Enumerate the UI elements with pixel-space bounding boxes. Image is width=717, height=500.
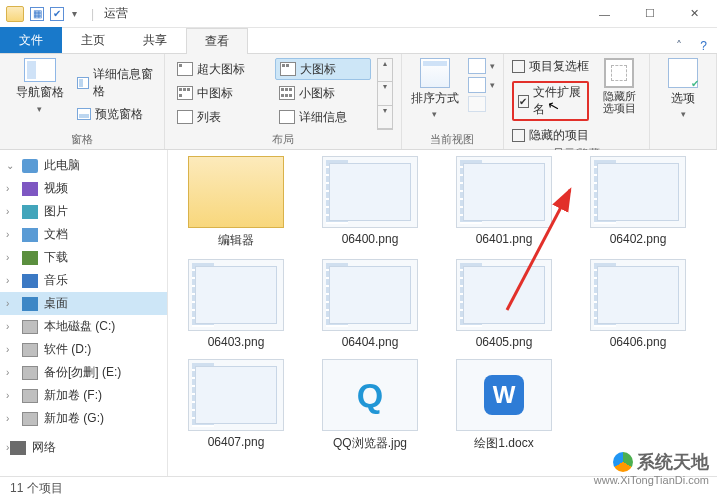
file-item[interactable]: 06407.png [176,359,296,452]
ribbon-minimize-icon[interactable]: ˄ [676,39,682,53]
tree-music[interactable]: ›音乐 [0,269,167,292]
details-pane-button[interactable]: 详细信息窗格 [77,64,156,102]
maximize-button[interactable]: ☐ [627,0,672,28]
minimize-button[interactable]: — [582,0,627,28]
add-columns-button[interactable]: ▾ [468,77,495,93]
preview-pane-icon [77,108,91,120]
ribbon: 导航窗格 ▾ 详细信息窗格 预览窗格 窗格 超大图标 大图标 [0,54,717,150]
sort-button[interactable]: 排序方式 ▾ [410,58,460,130]
tab-share[interactable]: 共享 [124,27,186,53]
chev-icon: ▾ [490,80,495,90]
options-icon [668,58,698,88]
tree-drive-e[interactable]: ›备份[勿删] (E:) [0,361,167,384]
layout-medium[interactable]: 中图标 [173,82,269,104]
titlebar: ▦ ✔ ▾ | 运营 — ☐ ✕ [0,0,717,28]
layout-gallery-scroll[interactable]: ▴▾▾ [377,58,393,130]
file-item[interactable]: 06403.png [176,259,296,349]
group-by-icon [468,58,486,74]
file-name: 06404.png [342,335,399,349]
drive-icon [22,320,38,334]
file-name: 06406.png [610,335,667,349]
hidden-items-toggle[interactable]: 隐藏的项目 [512,127,590,144]
group-layout: 超大图标 大图标 中图标 小图标 列表 详细信息 ▴▾▾ 布局 [165,54,402,149]
file-extensions-toggle[interactable]: ✔ 文件扩展名 [512,81,590,121]
checkbox-icon: ✔ [518,95,529,108]
file-name: 06403.png [208,335,265,349]
layout-details[interactable]: 详细信息 [275,106,371,128]
file-item[interactable]: QQ浏览器.jpg [310,359,430,452]
tree-drive-c[interactable]: ›本地磁盘 (C:) [0,315,167,338]
autosize-columns-button[interactable] [468,96,495,112]
hide-selected-button[interactable]: 隐藏所选项目 [597,58,641,144]
drive-icon [22,412,38,426]
file-item[interactable]: 编辑器 [176,156,296,249]
tree-pictures[interactable]: ›图片 [0,200,167,223]
tree-desktop[interactable]: ›桌面 [0,292,167,315]
navigation-tree[interactable]: ⌄此电脑 ›视频 ›图片 ›文档 ›下载 ›音乐 ›桌面 ›本地磁盘 (C:) … [0,150,168,476]
qat-new-folder[interactable]: ✔ [50,7,64,21]
item-checkboxes-toggle[interactable]: 项目复选框 [512,58,590,75]
layout-large[interactable]: 大图标 [275,58,371,80]
group-by-button[interactable]: ▾ [468,58,495,74]
add-columns-icon [468,77,486,93]
content-area: ⌄此电脑 ›视频 ›图片 ›文档 ›下载 ›音乐 ›桌面 ›本地磁盘 (C:) … [0,150,717,476]
tree-downloads[interactable]: ›下载 [0,246,167,269]
nav-pane-button[interactable]: 导航窗格 ▾ [8,58,71,115]
file-name: 06401.png [476,232,533,246]
tree-drive-d[interactable]: ›软件 (D:) [0,338,167,361]
drive-icon [22,343,38,357]
drive-icon [22,389,38,403]
file-thumbnail [590,259,686,331]
file-name: QQ浏览器.jpg [333,435,407,452]
layout-extra-large[interactable]: 超大图标 [173,58,269,80]
file-name: 06405.png [476,335,533,349]
qat-properties[interactable]: ▦ [30,7,44,21]
file-name: 06402.png [610,232,667,246]
file-pane[interactable]: 编辑器06400.png06401.png06402.png06403.png0… [168,150,717,476]
drive-icon [22,366,38,380]
file-thumbnail [456,259,552,331]
preview-pane-button[interactable]: 预览窗格 [77,104,156,125]
file-thumbnail [322,259,418,331]
file-item[interactable]: 06400.png [310,156,430,249]
group-options: 选项 ▾ [650,54,717,149]
autosize-icon [468,96,486,112]
tab-home[interactable]: 主页 [62,27,124,53]
quick-access-toolbar: ▦ ✔ ▾ | [6,6,102,22]
help-icon[interactable]: ? [700,39,707,53]
close-button[interactable]: ✕ [672,0,717,28]
ribbon-tabs: 文件 主页 共享 查看 ˄ ? [0,28,717,54]
tree-videos[interactable]: ›视频 [0,177,167,200]
pc-icon [22,159,38,173]
tab-file[interactable]: 文件 [0,27,62,53]
layout-small[interactable]: 小图标 [275,82,371,104]
desktop-icon [22,297,38,311]
tree-documents[interactable]: ›文档 [0,223,167,246]
options-button[interactable]: 选项 ▾ [658,58,708,133]
checkbox-icon [512,60,525,73]
network-icon [10,441,26,455]
file-item[interactable]: 绘图1.docx [444,359,564,452]
file-item[interactable]: 06401.png [444,156,564,249]
layout-list[interactable]: 列表 [173,106,269,128]
watermark-logo-icon [613,452,633,472]
watermark: 系统天地 www.XiTongTianDi.com [613,450,709,474]
group-current-view: 排序方式 ▾ ▾ ▾ 当前视图 [402,54,504,149]
item-count: 11 个项目 [10,480,63,497]
documents-icon [22,228,38,242]
file-thumbnail [590,156,686,228]
tree-drive-g[interactable]: ›新加卷 (G:) [0,407,167,430]
tab-view[interactable]: 查看 [186,28,248,54]
file-item[interactable]: 06404.png [310,259,430,349]
file-item[interactable]: 06402.png [578,156,698,249]
window-title: 运营 [104,5,128,22]
tree-this-pc[interactable]: ⌄此电脑 [0,154,167,177]
file-name: 06407.png [208,435,265,449]
file-item[interactable]: 06405.png [444,259,564,349]
tree-drive-f[interactable]: ›新加卷 (F:) [0,384,167,407]
qat-customize-icon[interactable]: ▾ [72,8,77,19]
chev-icon: ▾ [490,61,495,71]
video-icon [22,182,38,196]
file-item[interactable]: 06406.png [578,259,698,349]
tree-network[interactable]: ›网络 [0,436,167,459]
